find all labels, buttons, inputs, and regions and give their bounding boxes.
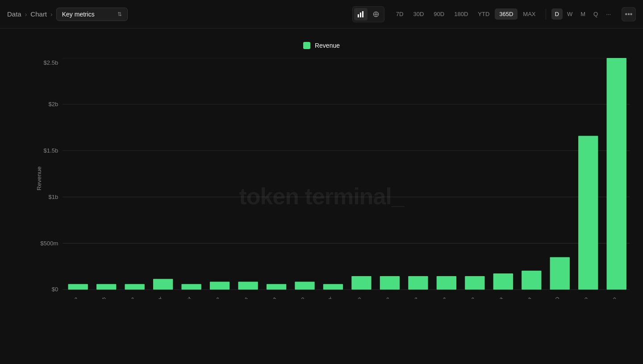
chart-svg-wrapper: $0 $500m $1b $1.5b $2b $2.5b Revenue bbox=[0, 58, 643, 335]
bar-dydx bbox=[323, 284, 343, 290]
time-ytd[interactable]: YTD bbox=[473, 8, 494, 20]
gran-q[interactable]: Q bbox=[590, 8, 601, 20]
x-label-makerdao: MakerDAO bbox=[539, 296, 560, 299]
x-label-friendtech: friend.tech bbox=[87, 296, 107, 299]
svg-rect-2 bbox=[362, 11, 363, 17]
top-bar: Data › Chart › Key metrics ⇅ 7D 30D bbox=[0, 0, 643, 29]
gran-w[interactable]: W bbox=[564, 8, 576, 20]
breadcrumb-chart[interactable]: Chart bbox=[30, 10, 47, 18]
breadcrumb-data[interactable]: Data bbox=[7, 10, 21, 18]
bar-curve bbox=[125, 284, 144, 290]
bar-avalanche bbox=[408, 276, 428, 290]
x-label-tron: Tron bbox=[578, 296, 589, 299]
bar-pancakeswap bbox=[295, 282, 314, 290]
bar-aerodrome bbox=[465, 276, 484, 290]
x-label-lido-finance: Lido Finance bbox=[423, 296, 447, 299]
y-label-500m: $500m bbox=[40, 240, 58, 246]
svg-rect-0 bbox=[358, 14, 359, 17]
metric-selector-label: Key metrics bbox=[62, 11, 114, 18]
divider bbox=[546, 9, 546, 20]
bar-zksync-era bbox=[267, 284, 286, 290]
bar-chart-button[interactable] bbox=[354, 8, 367, 21]
time-90d[interactable]: 90D bbox=[429, 8, 449, 20]
x-label-aave: Aave bbox=[209, 296, 220, 299]
line-chart-button[interactable] bbox=[369, 8, 383, 21]
breadcrumb: Data › Chart › bbox=[7, 10, 53, 18]
more-options-button[interactable]: ••• bbox=[622, 7, 636, 21]
x-label-ethereum: Ethereum bbox=[598, 296, 617, 299]
bar-makerdao bbox=[550, 257, 570, 290]
svg-rect-1 bbox=[360, 12, 361, 17]
breadcrumb-sep-2: › bbox=[50, 11, 53, 18]
bar-lido-finance bbox=[437, 276, 456, 290]
x-label-ethena: Ethena bbox=[489, 295, 504, 299]
bar-arbitrum bbox=[351, 276, 371, 290]
chevron-icon: ⇅ bbox=[117, 11, 122, 17]
bar-friendtech bbox=[96, 284, 116, 290]
legend-label-revenue: Revenue bbox=[315, 42, 340, 49]
bar-chart-svg: $0 $500m $1b $1.5b $2b $2.5b Revenue bbox=[36, 58, 634, 299]
chart-container: Revenue token terminal_ $0 $500m $1b $1.… bbox=[0, 29, 643, 364]
bar-op-mainnet bbox=[181, 284, 201, 290]
x-label-gmx: GMX bbox=[152, 295, 164, 299]
bar-aave bbox=[210, 282, 230, 290]
bar-solana bbox=[522, 271, 541, 290]
x-label-base: Base bbox=[379, 296, 390, 299]
time-30d[interactable]: 30D bbox=[409, 8, 428, 20]
time-period-group: 7D 30D 90D 180D YTD 365D MAX bbox=[392, 8, 540, 20]
x-label-curve: Curve bbox=[122, 296, 135, 299]
x-label-uniswap-labs: Uniswap Labs bbox=[223, 296, 249, 299]
gran-m[interactable]: M bbox=[577, 8, 589, 20]
legend-color-revenue bbox=[303, 42, 310, 49]
bar-ethena bbox=[493, 273, 513, 290]
y-label-1b: $1b bbox=[49, 194, 58, 200]
x-label-zksync-era: zkSync Era bbox=[255, 295, 277, 299]
y-axis-title: Revenue bbox=[36, 166, 42, 190]
x-label-solana: Solana bbox=[518, 295, 532, 299]
breadcrumb-sep-1: › bbox=[25, 11, 27, 18]
y-label-2-5b: $2.5b bbox=[44, 59, 58, 66]
y-label-0: $0 bbox=[52, 286, 58, 293]
time-180d[interactable]: 180D bbox=[450, 8, 472, 20]
bar-uniswap-labs bbox=[238, 282, 258, 290]
granularity-group: D W M Q ··· bbox=[551, 8, 614, 20]
bar-ethereum bbox=[607, 58, 626, 290]
time-7d[interactable]: 7D bbox=[392, 8, 408, 20]
bar-velodrome bbox=[68, 284, 88, 290]
time-365d[interactable]: 365D bbox=[495, 8, 518, 20]
x-label-avalanche: Avalanche bbox=[399, 296, 419, 299]
bar-tron bbox=[578, 136, 598, 290]
time-max[interactable]: MAX bbox=[518, 8, 540, 20]
x-label-op-mainnet: OP Mainnet bbox=[170, 295, 192, 299]
gran-d[interactable]: D bbox=[551, 8, 563, 20]
x-label-aerodrome: Aerodrome bbox=[455, 296, 476, 299]
chart-legend: Revenue bbox=[0, 37, 643, 58]
bar-base bbox=[380, 276, 400, 290]
chart-type-group bbox=[352, 6, 384, 22]
x-label-pancakeswap: PancakeSwap bbox=[279, 296, 305, 299]
x-label-arbitrum: Arbitrum bbox=[345, 296, 362, 299]
y-label-1-5b: $1.5b bbox=[44, 147, 58, 154]
y-label-2b: $2b bbox=[49, 101, 58, 108]
gran-more[interactable]: ··· bbox=[602, 8, 614, 20]
metric-selector[interactable]: Key metrics ⇅ bbox=[56, 8, 128, 21]
x-label-velodrome: Velodrome bbox=[58, 296, 79, 299]
x-label-dydx: dYdX bbox=[322, 295, 334, 299]
bar-gmx bbox=[153, 279, 173, 290]
